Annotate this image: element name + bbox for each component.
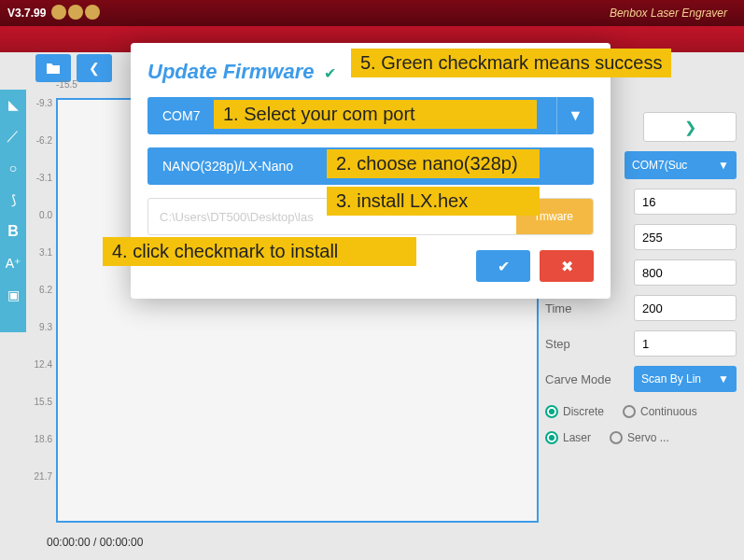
annotation-1: 1. Select your com port xyxy=(214,100,537,129)
annotation-4: 4. click checkmark to install xyxy=(103,237,416,266)
cancel-button[interactable]: ✖ xyxy=(540,250,594,282)
dialog-title: Update Firmware xyxy=(147,60,315,83)
annotation-5: 5. Green checkmark means success xyxy=(351,49,671,77)
confirm-button[interactable]: ✔ xyxy=(476,250,530,282)
chevron-down-icon: ▼ xyxy=(556,97,594,134)
success-check-icon: ✔ xyxy=(324,65,336,81)
annotation-2: 2. choose nano(328p) xyxy=(327,149,540,178)
modal-overlay: Update Firmware ✔ COM7 ▼ NANO(328p)/LX-N… xyxy=(0,0,744,560)
annotation-3: 3. install LX.hex xyxy=(327,187,540,216)
